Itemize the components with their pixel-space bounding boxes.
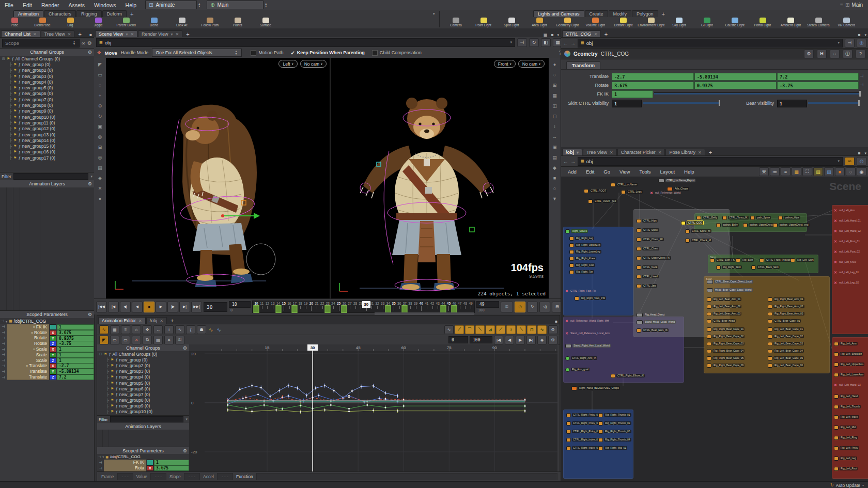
ae-settings-button[interactable]: ⚙ — [548, 325, 557, 334]
next-frame-button[interactable]: |▶ — [167, 302, 178, 312]
channel-group-row[interactable]: ├⚑ƒnew_group7 (0) — [97, 391, 189, 397]
network-node[interactable]: Rig_Right_Bear_Cape_05 — [707, 356, 745, 360]
shelf-tab-rigging[interactable]: Rigging — [76, 10, 102, 17]
handle-mode-select[interactable]: One For All Selected Objects ▴▾ — [152, 49, 242, 57]
shelf-tool-stereo-camera[interactable]: Stereo Camera — [805, 17, 832, 28]
tangent-preset-button[interactable]: ⟍ — [517, 325, 526, 334]
network-node[interactable]: Rig_Left_Bear_Arm_03 — [707, 311, 741, 316]
channel-group-row[interactable]: ├⚑ƒnew_group6 (0) — [97, 386, 189, 391]
fit-vertical-button[interactable]: ↕ — [164, 325, 174, 334]
network-node[interactable]: Rig_Right_Bear_Arm_01 — [768, 297, 804, 302]
link-editor-button[interactable]: ∞ — [845, 157, 855, 166]
shelf-tool-gi-light[interactable]: GI Light — [693, 17, 720, 28]
scoped-param-row[interactable]: ⊣▫ FK IK1 — [0, 324, 94, 330]
network-node[interactable]: CTRL_Chest_FK — [637, 237, 664, 242]
network-box[interactable] — [832, 205, 868, 334]
tab-obj[interactable]: /obj✕ — [146, 317, 167, 324]
viewport-tool-icon[interactable]: ◍ — [96, 133, 104, 140]
footer-function-value[interactable] — [256, 473, 558, 480]
stop-button[interactable]: ■ — [144, 302, 154, 312]
filter-dropdown-icon[interactable]: ▾ — [90, 175, 92, 179]
shelf-tool-spot-light[interactable]: Spot Light — [498, 17, 525, 28]
network-node[interactable]: Rig_Head_Direct — [637, 312, 665, 317]
network-menu-help[interactable]: Help — [679, 167, 699, 177]
gear-icon[interactable]: ⚙ — [88, 181, 92, 186]
ae-options-button[interactable]: ⚙ — [548, 336, 557, 344]
channel-group-row[interactable]: ⊟⚑ƒAll Channel Groups (0) — [97, 351, 189, 357]
pin-icon[interactable]: ⊣ — [0, 358, 7, 363]
network-node[interactable]: Head_Bear_Cape_Local_World — [707, 288, 753, 292]
ae-jump-end-button[interactable]: ▶| — [526, 336, 536, 344]
viewport-tool-icon[interactable]: ● — [96, 195, 104, 202]
network-menu-add[interactable]: Add — [563, 167, 581, 177]
network-node[interactable]: CTRL_Torso_IK — [722, 215, 749, 220]
network-node[interactable]: path_Spine — [750, 215, 771, 220]
find-icon[interactable]: ◌ — [846, 167, 856, 176]
tab-character-picker[interactable]: Character Picker✕ — [617, 149, 665, 155]
play-button[interactable]: ▶ — [156, 302, 166, 312]
channel-group-row[interactable]: ├⚑ƒnew_group12 (0) — [0, 126, 94, 132]
shelf-tool-camera[interactable]: Camera — [442, 17, 469, 28]
copy-keys-button[interactable]: ⧉ — [143, 336, 152, 344]
viewport-tool-icon[interactable]: ▣ — [551, 144, 559, 151]
viewport-tool-icon[interactable]: ⊕ — [96, 102, 104, 109]
network-node[interactable]: CTRL_Bear_Cape_Direct_Local — [707, 279, 753, 284]
viewport-tool-icon[interactable]: ◎ — [96, 154, 104, 161]
bear-visibility-slider[interactable] — [808, 102, 860, 104]
network-node[interactable]: Rig_Right_LowerLeg — [569, 249, 601, 254]
menu-assets[interactable]: Assets — [64, 0, 89, 10]
ae-step-back-button[interactable]: ◀ — [505, 336, 514, 344]
prev-frame-button[interactable]: ◀| — [120, 302, 131, 312]
mode-selector[interactable]: ⊞ Animate — [145, 1, 197, 9]
channel-group-row[interactable]: ├⚑ƒnew_group5 (0) — [97, 380, 189, 386]
tangent-preset-button[interactable]: ⟍ — [475, 325, 485, 334]
fkik-slider[interactable] — [654, 92, 861, 95]
viewport-tool-icon[interactable]: ◌ — [96, 82, 104, 89]
viewport-tool-icon[interactable]: ✕ — [96, 185, 104, 192]
network-node[interactable]: CTRL_Chest — [637, 246, 659, 251]
add-tab-button[interactable]: + — [75, 31, 84, 37]
jump-start-button[interactable]: |◀◀ — [96, 302, 107, 312]
network-menu-view[interactable]: View — [615, 167, 634, 177]
network-node[interactable]: Rig_Right_UpperLeg — [569, 243, 601, 247]
param-value-field[interactable]: 7.2 — [57, 374, 94, 380]
network-node[interactable]: Rig_Left_Index — [834, 415, 859, 419]
delete-keys-button[interactable]: ✕ — [164, 336, 174, 344]
network-node[interactable]: Rig_Right_Bear_Arm_03 — [768, 311, 804, 316]
network-node[interactable]: Rig_Right_Bear_Cape_06 — [707, 363, 745, 368]
shelf-tab-deform[interactable]: Deform — [102, 10, 127, 17]
network-node[interactable]: Rig_Left_Ring — [834, 435, 858, 440]
menu-file[interactable]: File — [0, 0, 18, 10]
frame-timeline[interactable]: 1011121314151617181920212223242526272829… — [252, 301, 475, 313]
keyed-icon[interactable]: ⊣ — [860, 83, 863, 87]
viewport-tool-icon[interactable]: + — [96, 92, 104, 99]
add-shelf-tab[interactable]: + — [127, 11, 136, 17]
network-node[interactable]: CTRL_Right_Index_01 — [566, 437, 600, 442]
network-node[interactable]: Rig_Left_Pinky — [834, 446, 859, 450]
pane-dropdown-icon[interactable]: ▾ — [862, 33, 868, 37]
channel-group-row[interactable]: ├⚑ƒnew_group7 (0) — [0, 97, 94, 102]
param-value-field[interactable]: 1 — [57, 347, 94, 352]
tab-tree-view[interactable]: Tree View✕ — [41, 30, 75, 37]
network-node[interactable]: ✕null_Left_Hand_02 — [834, 229, 862, 233]
tangent-preset-button[interactable]: ⟋ — [496, 325, 505, 334]
pin-icon[interactable]: ⊣ — [0, 348, 7, 352]
network-node[interactable]: Rig_Skirt — [736, 258, 754, 262]
scene-path-field[interactable]: ▦ obj▾ — [96, 38, 515, 47]
channel-group-row[interactable]: ├⚑ƒnew_group16 (0) — [0, 149, 94, 155]
shelf-tool-sky-light[interactable]: Sky Light — [665, 17, 692, 28]
pin-icon[interactable]: ⊣ — [0, 370, 7, 374]
scoped-param-row[interactable]: ⊣▫ ScaleX1 — [0, 347, 94, 352]
shelf-tool-ambient-light[interactable]: Ambient Light — [777, 17, 804, 28]
footer-frame-value[interactable]: - - - — [117, 473, 133, 480]
network-node[interactable]: CTRL_Right_Pinky_01 — [566, 413, 600, 417]
sticky-note-icon[interactable]: ▤ — [813, 167, 823, 176]
network-node[interactable]: Right_Moves — [565, 229, 588, 233]
network-node[interactable]: ✕Stand_null_Reference_Local_Arm — [565, 331, 611, 336]
network-node[interactable]: Rig_Left_Arm — [834, 341, 858, 346]
skirt-visibility-field[interactable]: 1 — [612, 100, 642, 107]
network-node[interactable]: Stand_Head_Local_World — [637, 320, 676, 324]
graph-view-button[interactable]: ∿ — [99, 325, 109, 334]
shelf-tool-caustic-light[interactable]: Caustic Light — [721, 17, 748, 28]
scoped-param-row[interactable]: ⊣RotaX3.675 — [97, 465, 189, 471]
